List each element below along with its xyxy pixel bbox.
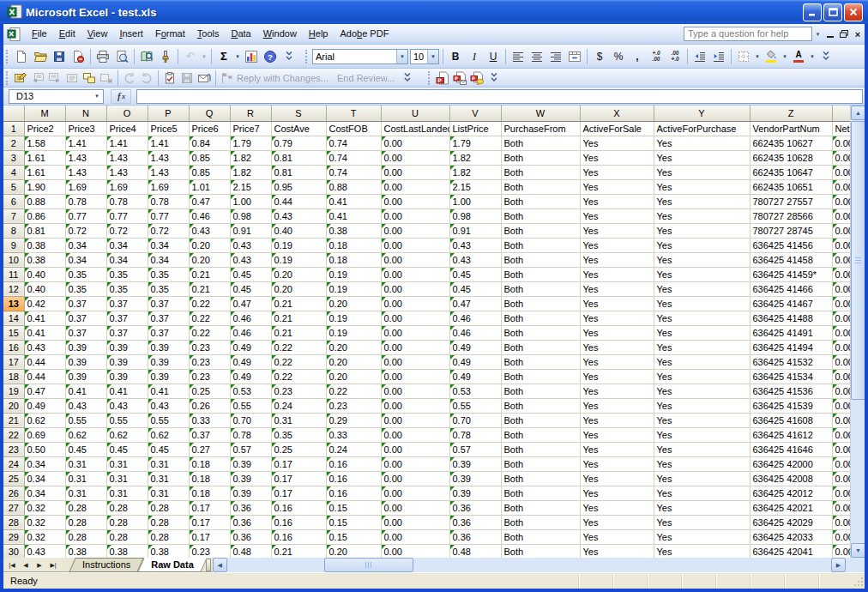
cell-X24[interactable]: Yes bbox=[580, 456, 654, 471]
cell-W5[interactable]: Both bbox=[501, 179, 580, 194]
cell-T3[interactable]: 0.74 bbox=[326, 150, 381, 165]
cell-V3[interactable]: 1.82 bbox=[449, 150, 501, 165]
cell-Y12[interactable]: Yes bbox=[654, 281, 750, 296]
cell-V13[interactable]: 0.47 bbox=[449, 296, 501, 311]
cell-U29[interactable]: 0.00 bbox=[381, 529, 449, 544]
cell-Z10[interactable]: 636425 41458 bbox=[750, 252, 832, 267]
cell-O4[interactable]: 1.43 bbox=[106, 165, 148, 179]
cell-T26[interactable]: 0.16 bbox=[326, 486, 381, 500]
cell-U16[interactable]: 0.00 bbox=[381, 340, 449, 354]
cell-S13[interactable]: 0.21 bbox=[271, 296, 326, 311]
row-header-28[interactable]: 28 bbox=[3, 515, 24, 529]
cell-M15[interactable]: 0.41 bbox=[24, 325, 65, 340]
cell-T24[interactable]: 0.16 bbox=[326, 456, 381, 471]
cell-V10[interactable]: 0.43 bbox=[449, 252, 501, 267]
cell-R9[interactable]: 0.43 bbox=[230, 238, 271, 252]
cell-M4[interactable]: 1.61 bbox=[24, 165, 65, 179]
cell-O13[interactable]: 0.37 bbox=[106, 296, 148, 311]
font-size-dropdown-icon[interactable]: ▾ bbox=[427, 50, 438, 63]
cell-W12[interactable]: Both bbox=[501, 281, 580, 296]
cell-P20[interactable]: 0.43 bbox=[148, 398, 189, 413]
cell-W10[interactable]: Both bbox=[501, 252, 580, 267]
cell-Q1[interactable]: Price6 bbox=[189, 121, 230, 136]
next-change-icon[interactable] bbox=[138, 70, 155, 86]
cell-S26[interactable]: 0.17 bbox=[271, 486, 326, 500]
cell-Z17[interactable]: 636425 41532 bbox=[750, 354, 832, 369]
cell-P2[interactable]: 1.41 bbox=[148, 136, 189, 150]
cell-M9[interactable]: 0.38 bbox=[24, 238, 65, 252]
cell-O12[interactable]: 0.35 bbox=[106, 281, 148, 296]
cell-Y8[interactable]: Yes bbox=[654, 223, 750, 238]
cell-Z6[interactable]: 780727 27557 bbox=[750, 194, 832, 208]
cell-W14[interactable]: Both bbox=[501, 311, 580, 325]
cell-M14[interactable]: 0.41 bbox=[24, 311, 65, 325]
cell-Y24[interactable]: Yes bbox=[654, 456, 750, 471]
cell-M23[interactable]: 0.50 bbox=[24, 442, 65, 456]
cell-U5[interactable]: 0.00 bbox=[381, 179, 449, 194]
cell-U19[interactable]: 0.00 bbox=[381, 384, 449, 398]
chart-wizard-icon[interactable] bbox=[242, 48, 261, 65]
cell-W1[interactable]: PurchaseFrom bbox=[501, 121, 580, 136]
cell-X23[interactable]: Yes bbox=[580, 442, 654, 456]
cell-S6[interactable]: 0.44 bbox=[271, 194, 326, 208]
cell-T20[interactable]: 0.23 bbox=[326, 398, 381, 413]
cell-T29[interactable]: 0.15 bbox=[326, 529, 381, 544]
workbook-minimize-icon[interactable] bbox=[823, 27, 837, 41]
cell-V5[interactable]: 2.15 bbox=[449, 179, 501, 194]
scroll-left-icon[interactable]: ◀ bbox=[213, 558, 227, 572]
cell-T28[interactable]: 0.15 bbox=[326, 515, 381, 529]
cell-Q14[interactable]: 0.22 bbox=[189, 311, 230, 325]
cell-X1[interactable]: ActiveForSale bbox=[580, 121, 654, 136]
cell-U4[interactable]: 0.00 bbox=[381, 165, 449, 179]
cell-T27[interactable]: 0.15 bbox=[326, 500, 381, 515]
reply-with-changes-button[interactable]: Reply with Changes... bbox=[219, 70, 333, 86]
cell-O23[interactable]: 0.45 bbox=[106, 442, 148, 456]
column-header-Y[interactable]: Y bbox=[654, 106, 750, 121]
cell-U26[interactable]: 0.00 bbox=[381, 486, 449, 500]
cell-M11[interactable]: 0.40 bbox=[24, 267, 65, 281]
cell-W18[interactable]: Both bbox=[501, 369, 580, 384]
borders-icon[interactable] bbox=[734, 48, 753, 65]
row-header-3[interactable]: 3 bbox=[3, 150, 24, 165]
cell-P30[interactable]: 0.38 bbox=[148, 544, 189, 558]
cell-T13[interactable]: 0.20 bbox=[326, 296, 381, 311]
cell-R26[interactable]: 0.39 bbox=[230, 486, 271, 500]
cell-X9[interactable]: Yes bbox=[580, 238, 654, 252]
cell-Y9[interactable]: Yes bbox=[654, 238, 750, 252]
last-sheet-icon[interactable]: ▶| bbox=[46, 559, 60, 571]
cell-U8[interactable]: 0.00 bbox=[381, 223, 449, 238]
cell-S21[interactable]: 0.31 bbox=[271, 413, 326, 427]
cell-X29[interactable]: Yes bbox=[580, 529, 654, 544]
name-box[interactable]: D13 bbox=[9, 89, 91, 104]
row-header-25[interactable]: 25 bbox=[3, 471, 24, 486]
cell-O18[interactable]: 0.39 bbox=[106, 369, 148, 384]
cell-Y13[interactable]: Yes bbox=[654, 296, 750, 311]
cell-Z20[interactable]: 636425 41539 bbox=[750, 398, 832, 413]
cell-M12[interactable]: 0.40 bbox=[24, 281, 65, 296]
cell-R10[interactable]: 0.43 bbox=[230, 252, 271, 267]
print-icon[interactable] bbox=[93, 48, 112, 65]
cell-P11[interactable]: 0.35 bbox=[148, 267, 189, 281]
cell-X11[interactable]: Yes bbox=[580, 267, 654, 281]
toolbar-options-icon[interactable] bbox=[485, 70, 503, 86]
cell-Q18[interactable]: 0.23 bbox=[189, 369, 230, 384]
print-preview-icon[interactable] bbox=[112, 48, 131, 65]
cell-V26[interactable]: 0.39 bbox=[449, 486, 501, 500]
cell-AA13[interactable]: 0.00 bbox=[832, 296, 850, 311]
cell-AA29[interactable]: 0.00 bbox=[832, 529, 850, 544]
cell-Q7[interactable]: 0.46 bbox=[189, 208, 230, 223]
cell-R15[interactable]: 0.46 bbox=[230, 325, 271, 340]
row-header-10[interactable]: 10 bbox=[3, 252, 24, 267]
cell-V28[interactable]: 0.36 bbox=[449, 515, 501, 529]
cell-R7[interactable]: 0.98 bbox=[230, 208, 271, 223]
cell-V16[interactable]: 0.49 bbox=[449, 340, 501, 354]
cell-AA17[interactable]: 0.00 bbox=[832, 354, 850, 369]
cell-X22[interactable]: Yes bbox=[580, 427, 654, 442]
cell-AA15[interactable]: 0.00 bbox=[832, 325, 850, 340]
cell-Z1[interactable]: VendorPartNum bbox=[750, 121, 832, 136]
formula-input[interactable] bbox=[136, 89, 863, 104]
cell-T9[interactable]: 0.18 bbox=[326, 238, 381, 252]
cell-Q26[interactable]: 0.18 bbox=[189, 486, 230, 500]
cell-N16[interactable]: 0.39 bbox=[65, 340, 106, 354]
row-header-15[interactable]: 15 bbox=[3, 325, 24, 340]
